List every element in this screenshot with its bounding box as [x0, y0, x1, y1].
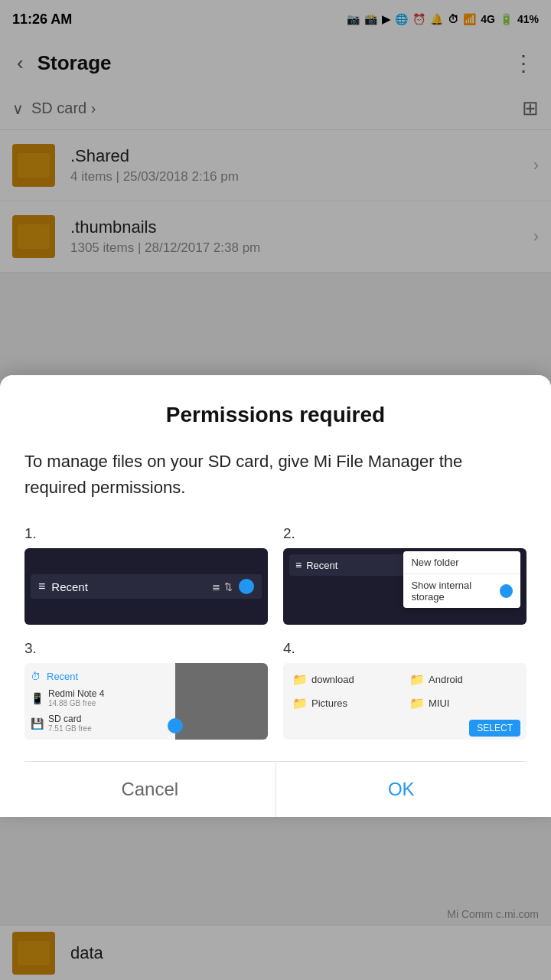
step2-bar: ≡ Recent [289, 554, 416, 576]
show-internal-label: Show internal storage [411, 580, 500, 603]
step1-title: Recent [51, 580, 206, 593]
cancel-button[interactable]: Cancel [24, 762, 276, 817]
phone-name: Redmi Note 4 [48, 688, 104, 699]
folder-name: download [311, 674, 354, 685]
ok-button[interactable]: OK [276, 762, 527, 817]
list-icon: ≣ [212, 581, 220, 593]
phone-icon: 📱 [31, 692, 44, 704]
step2-dropdown: New folder Show internal storage [403, 551, 520, 608]
step-4-image: 📁 download 📁 Android 📁 Pictures 📁 MIUI S… [283, 663, 527, 740]
step-4-number: 4. [283, 640, 527, 657]
recent-label: Recent [47, 671, 78, 682]
dialog-body: To manage files on your SD card, give Mi… [24, 449, 527, 501]
steps-grid: 1. ≡ Recent ≣ ⇅ 2. ≡ Recent [24, 525, 527, 740]
step-2-image: ≡ Recent New folder Show internal storag… [283, 548, 527, 625]
sdcard-info: SD card 7.51 GB free [48, 714, 92, 733]
step4-android: 📁 Android [406, 669, 520, 690]
step4-download: 📁 download [289, 669, 403, 690]
clock-icon: ⏱ [31, 671, 41, 682]
folder-icon: 📁 [409, 696, 425, 710]
sdcard-name: SD card [48, 714, 92, 724]
step-3-number: 3. [24, 640, 268, 657]
step-3: 3. ⏱ Recent 📱 Redmi Note 4 14.88 GB free… [24, 640, 268, 740]
step2-title: Recent [306, 560, 337, 571]
dialog-title: Permissions required [24, 403, 527, 427]
step2-blue-dot [500, 584, 513, 598]
step-1: 1. ≡ Recent ≣ ⇅ [24, 525, 268, 625]
dialog-buttons: Cancel OK [24, 761, 527, 817]
step4-miui: 📁 MIUI [406, 693, 520, 714]
step-2-number: 2. [283, 525, 527, 542]
step-4: 4. 📁 download 📁 Android 📁 Pictures 📁 MIU… [283, 640, 527, 740]
step-2: 2. ≡ Recent New folder Show internal sto… [283, 525, 527, 625]
folder-icon: 📁 [409, 672, 425, 687]
phone-info: Redmi Note 4 14.88 GB free [48, 688, 104, 707]
step2-dd-show-internal: Show internal storage [403, 574, 520, 608]
folder-name: Android [429, 674, 463, 685]
folder-icon: 📁 [292, 696, 308, 710]
step3-overlay [175, 663, 268, 740]
step1-icons: ≣ ⇅ [212, 581, 233, 593]
permissions-dialog: Permissions required To manage files on … [0, 375, 551, 817]
sort-icon: ⇅ [224, 581, 233, 593]
step4-pictures: 📁 Pictures [289, 693, 403, 714]
step4-select-button[interactable]: SELECT [469, 720, 520, 737]
hamburger-icon: ≡ [38, 580, 45, 593]
folder-icon: 📁 [292, 672, 308, 687]
step3-blue-dot [168, 718, 183, 733]
sdcard-space: 7.51 GB free [48, 724, 92, 733]
step1-blue-dot [239, 579, 254, 594]
step1-bar: ≡ Recent ≣ ⇅ [31, 574, 262, 599]
watermark: Mi Comm c.mi.com [447, 908, 539, 920]
hamburger2-icon: ≡ [295, 559, 302, 571]
step2-dd-new-folder: New folder [403, 551, 520, 574]
step-3-image: ⏱ Recent 📱 Redmi Note 4 14.88 GB free 💾 … [24, 663, 268, 740]
folder-name: MIUI [429, 697, 449, 709]
sdcard-icon: 💾 [31, 717, 44, 730]
phone-space: 14.88 GB free [48, 699, 104, 707]
step-1-image: ≡ Recent ≣ ⇅ [24, 548, 268, 625]
step-1-number: 1. [24, 525, 268, 542]
folder-name: Pictures [311, 697, 347, 709]
